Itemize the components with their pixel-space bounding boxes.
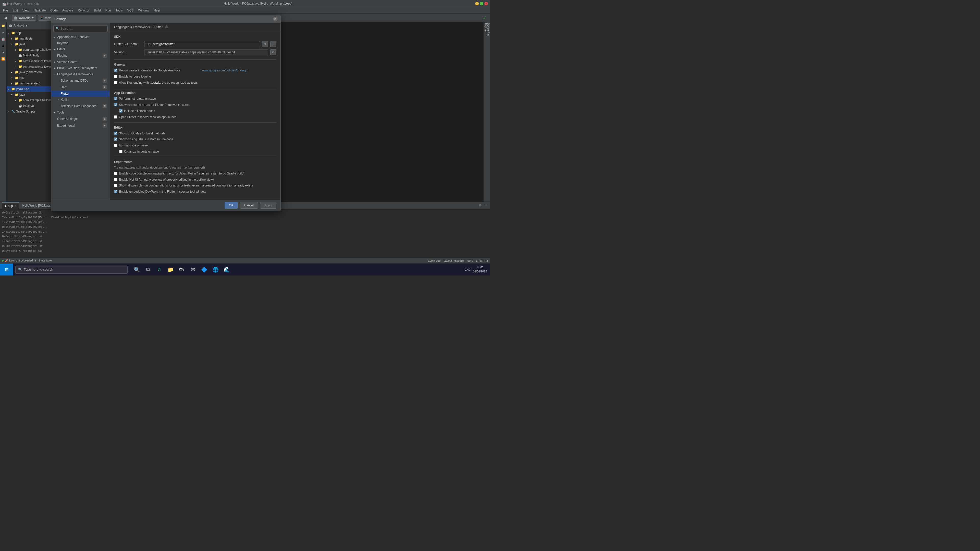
checkbox-hot-ui-label: Enable Hot UI (an early preview of prope… [119,178,214,182]
nav-other-settings[interactable]: ▸ Other Settings ⊞ [51,116,110,122]
checkbox-row-9a: Organize imports on save [119,149,277,154]
checkbox-analytics[interactable] [114,68,118,72]
nav-build[interactable]: ▸ Build, Execution, Deployment [51,65,110,71]
checkbox-testdart[interactable] [114,81,118,84]
dialog-footer: OK Cancel Apply [51,200,280,211]
project-icon[interactable]: 📁 [0,23,6,29]
checkbox-row-12: Show all possible run configurations for… [114,183,277,188]
start-button[interactable]: ⊞ [0,264,13,276]
taskbar-edge[interactable]: 🌊 [221,265,232,275]
nav-plugins[interactable]: ▸ Plugins ⊞ [51,52,110,59]
device-mgr-icon[interactable]: 📱 [0,43,6,48]
dialog-close-button[interactable]: ✕ [273,17,277,21]
menu-edit[interactable]: Edit [11,8,20,13]
sdk-dropdown-btn[interactable]: ▼ [262,41,268,47]
nav-dart[interactable]: ▸ Dart ⊞ [51,84,110,91]
ide-project-name: 🤖 HelloWorld › java1App [2,2,38,6]
nav-appearance[interactable]: ▸ Appearance & Behavior [51,34,110,40]
dialog-body: 🔍 ▸ Appearance & Behavior ▸ Keymap ▸ Edi… [51,23,280,200]
build-variants-icon[interactable]: 🔀 [0,56,6,62]
close-button[interactable]: ✕ [484,2,488,5]
toolbar-back-btn[interactable]: ◀ [2,14,9,21]
sdk-path-input[interactable]: C:\Users\gheff\flutter [144,41,260,47]
taskbar-explorer[interactable]: 📁 [165,265,176,275]
checkmark-btn[interactable]: ✓ [481,14,488,21]
taskbar-search-btn[interactable]: 🔍 [132,265,142,275]
nav-template[interactable]: ▸ Template Data Languages ⊞ [51,103,110,110]
taskbar-spotify[interactable]: ♫ [154,265,164,275]
menu-vcs[interactable]: VCS [125,8,136,13]
menu-help[interactable]: Help [151,8,162,13]
nav-tools[interactable]: ▸ Tools [51,110,110,116]
checkbox-java-kotlin[interactable] [114,171,118,175]
taskbar-chrome[interactable]: 🌐 [210,265,221,275]
dart-badge: ⊞ [103,85,107,89]
menu-view[interactable]: View [21,8,31,13]
checkbox-devtools[interactable] [114,190,118,193]
nav-languages[interactable]: ▾ Languages & Frameworks [51,71,110,77]
menu-tools[interactable]: Tools [114,8,125,13]
menu-analyze[interactable]: Analyze [60,8,75,13]
checkbox-inspector-launch[interactable] [114,115,118,119]
cancel-button[interactable]: Cancel [240,202,258,209]
taskbar-app7[interactable]: 🔷 [199,265,209,275]
menu-navigate[interactable]: Navigate [32,8,48,13]
settings-search-box[interactable]: 🔍 [53,25,108,32]
menu-code[interactable]: Code [48,8,60,13]
bottom-minimize-icon[interactable]: ─ [484,203,488,208]
taskbar-taskview-btn[interactable]: ⧉ [143,265,153,275]
menu-window[interactable]: Window [136,8,151,13]
analytics-link[interactable]: www.google.com/policies/privacy [202,68,246,72]
settings-scroll: SDK Flutter SDK path: C:\Users\gheff\flu… [110,31,280,200]
nav-experimental[interactable]: ▸ Experimental ⊞ [51,122,110,129]
structure-icon[interactable]: ≡ [0,30,6,35]
taskbar-search[interactable]: 🔍 Type here to search [15,265,127,274]
nav-flutter[interactable]: ▸ Flutter [51,91,110,97]
nav-schemas[interactable]: ▸ Schemas and DTDs ⊞ [51,77,110,84]
checkbox-hot-ui[interactable] [114,178,118,181]
device-file-explorer-icon[interactable]: Device File Explorer [484,23,490,43]
status-bar: ▶ 🚀 Launch succeeded (a minute ago) Even… [0,258,490,263]
menu-refactor[interactable]: Refactor [76,8,91,13]
layout-inspector[interactable]: Layout Inspector [444,259,464,262]
checkbox-structured-errors[interactable] [114,103,118,106]
checkbox-closing-labels[interactable] [114,138,118,141]
android-icon[interactable]: 🤖 [0,36,6,42]
nav-kotlin[interactable]: ▸ Kotlin [51,97,110,103]
checkbox-row-1: Report usage information to Google Analy… [114,68,277,73]
menu-run[interactable]: Run [103,8,113,13]
nav-keymap[interactable]: ▸ Keymap [51,40,110,46]
checkbox-ui-guides[interactable] [114,132,118,135]
menu-build[interactable]: Build [92,8,103,13]
project-dropdown-label[interactable]: Android ▼ [14,24,28,27]
tab-run[interactable]: ▶ app × [2,202,19,209]
dialog-title: Settings [54,17,273,21]
copy-version-btn[interactable]: ⧉ [270,49,277,56]
event-log[interactable]: Event Log [428,259,441,262]
menu-file[interactable]: File [1,8,10,13]
toolbar-sep-1 [10,15,11,21]
checkbox-organize-imports[interactable] [119,150,123,153]
checkbox-row-2: Enable verbose logging [114,75,277,79]
maximize-button[interactable]: □ [480,2,484,5]
checkbox-run-configs[interactable] [114,184,118,187]
nav-version-control[interactable]: ▸ Version Control [51,59,110,65]
checkbox-testdart-label: Allow files ending with .test.dart to be… [119,81,197,85]
taskbar-mail[interactable]: ✉ [188,265,198,275]
sdk-browse-btn[interactable]: … [270,41,277,47]
checkbox-format-save[interactable] [114,144,118,147]
checkbox-hotreload[interactable] [114,97,118,100]
minimize-button[interactable]: ─ [475,2,479,5]
experiments-title: Experiments [114,160,277,164]
checkbox-verbose[interactable] [114,75,118,78]
favorites-icon[interactable]: ★ [0,49,6,55]
right-side-icons: Device File Explorer [484,22,490,202]
ok-button[interactable]: OK [224,202,238,209]
taskbar-store[interactable]: 🛍 [177,265,187,275]
bottom-settings-icon[interactable]: ⚙ [478,203,482,208]
nav-editor[interactable]: ▸ Editor [51,46,110,52]
apply-button[interactable]: Apply [260,202,277,209]
settings-search-input[interactable] [60,27,105,30]
project-dropdown[interactable]: 🤖 java1App ▼ [12,15,36,21]
checkbox-stack-traces[interactable] [119,109,123,113]
